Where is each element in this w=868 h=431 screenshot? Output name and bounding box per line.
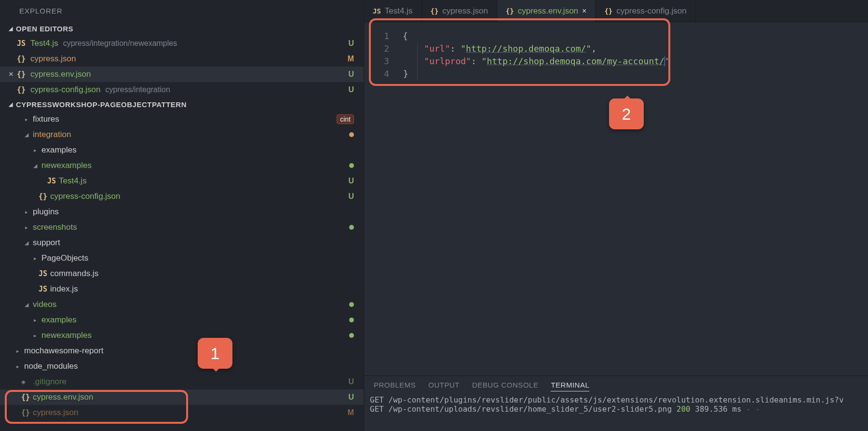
twisty-icon: ▸ — [32, 333, 39, 339]
tree-label: integration — [33, 130, 71, 139]
tree-item[interactable]: ◢newexamples — [0, 158, 364, 173]
cint-badge: cint — [337, 114, 354, 124]
editor-tab[interactable]: {}cypress.env.json× — [497, 0, 596, 22]
open-editor-item[interactable]: {}cypress-config.jsoncypress/integration… — [0, 82, 364, 97]
tree-label: examples — [41, 145, 77, 155]
tree-label: plugins — [33, 207, 59, 217]
tree-label: commands.js — [50, 269, 98, 278]
panel-tabs: PROBLEMSOUTPUTDEBUG CONSOLETERMINAL — [364, 376, 868, 395]
tree-label: screenshots — [33, 222, 77, 232]
file-icon: {} — [506, 7, 514, 15]
line-number: 4 — [364, 68, 403, 80]
tab-label: Test4.js — [385, 6, 413, 16]
twisty-icon: ▸ — [23, 224, 30, 231]
tree-item[interactable]: {}cypress-config.jsonU — [0, 189, 364, 204]
twisty-icon: ▸ — [14, 363, 21, 370]
tree-label: cypress.json — [33, 408, 78, 417]
file-tree: ▸fixturescint◢integration▸examples◢newex… — [0, 111, 364, 420]
tree-item[interactable]: {}cypress.env.jsonU — [0, 389, 364, 405]
file-name: Test4.js — [30, 39, 58, 48]
twisty-icon: ◢ — [23, 302, 30, 308]
file-icon: {} — [431, 7, 439, 15]
tree-item[interactable]: ◢integration — [0, 127, 364, 142]
twisty-icon: ▸ — [23, 209, 30, 215]
tree-label: PageObjects — [41, 253, 88, 263]
tree-item[interactable]: ▸PageObjects — [0, 250, 364, 266]
code-text: "url": "http://shop.demoqa.com/", — [403, 42, 597, 55]
tree-label: support — [33, 238, 60, 248]
editor-tabs: JSTest4.js{}cypress.json{}cypress.env.js… — [364, 0, 868, 22]
git-dot — [349, 163, 354, 168]
tree-item[interactable]: ▸examples — [0, 142, 364, 158]
code-line[interactable]: 1{ — [364, 30, 868, 42]
bottom-panel: PROBLEMSOUTPUTDEBUG CONSOLETERMINAL GET … — [364, 375, 868, 431]
tree-label: node_modules — [24, 361, 78, 371]
tree-item[interactable]: JSTest4.jsU — [0, 173, 364, 189]
file-icon: {} — [604, 7, 612, 15]
tree-label: fixtures — [33, 114, 59, 124]
close-icon[interactable]: × — [5, 70, 17, 79]
file-icon: {} — [17, 55, 30, 63]
git-dot — [349, 225, 354, 230]
tree-item[interactable]: ▸examples — [0, 312, 364, 328]
twisty-icon: ◢ — [23, 132, 30, 138]
explorer-title: EXPLORER — [0, 0, 364, 22]
git-status: U — [348, 377, 354, 386]
open-editors-header[interactable]: ◢ OPEN EDITORS — [0, 22, 364, 36]
file-icon: JS — [39, 269, 50, 278]
annotation-badge-2: 2 — [609, 98, 644, 129]
panel-tab[interactable]: PROBLEMS — [374, 381, 416, 391]
file-name: cypress-config.json — [30, 85, 101, 95]
open-editor-item[interactable]: {}cypress.jsonM — [0, 51, 364, 67]
open-editor-item[interactable]: JSTest4.jscypress/integration/newexample… — [0, 36, 364, 51]
tree-label: examples — [41, 315, 77, 325]
git-status: U — [348, 39, 354, 48]
code-line[interactable]: 2 "url": "http://shop.demoqa.com/", — [364, 42, 868, 55]
tree-item[interactable]: ▸fixturescint — [0, 111, 364, 127]
tree-item[interactable]: ◢support — [0, 235, 364, 250]
close-icon[interactable]: × — [582, 7, 586, 15]
tab-label: cypress-config.json — [616, 6, 687, 16]
tree-item[interactable]: ▸node_modules — [0, 359, 364, 374]
panel-tab[interactable]: OUTPUT — [428, 381, 460, 391]
tree-item[interactable]: ▸mochawesome-report — [0, 343, 364, 359]
tree-item[interactable]: ▸plugins — [0, 204, 364, 220]
editor-body[interactable]: 1{2 "url": "http://shop.demoqa.com/",3 "… — [364, 22, 868, 375]
terminal-output[interactable]: GET /wp-content/plugins/revslider/public… — [364, 395, 868, 414]
project-header[interactable]: ◢ CYPRESSWORKSHOP-PAGEOBJECTPATTERN — [0, 97, 364, 111]
chevron-down-icon: ◢ — [7, 26, 14, 32]
tree-item[interactable]: ▸screenshots — [0, 220, 364, 235]
panel-tab[interactable]: TERMINAL — [551, 381, 589, 391]
code-line[interactable]: 3 "urlprod": "http://shop.demoqa.com/my-… — [364, 55, 868, 68]
chevron-down-icon: ◢ — [7, 101, 14, 108]
tree-label: index.js — [50, 284, 78, 294]
git-dot — [349, 318, 354, 322]
explorer-sidebar: EXPLORER ◢ OPEN EDITORS JSTest4.jscypres… — [0, 0, 364, 431]
tree-item[interactable]: ◈.gitignoreU — [0, 374, 364, 389]
twisty-icon: ▸ — [14, 348, 21, 354]
tree-item[interactable]: JScommands.js — [0, 266, 364, 281]
twisty-icon: ▸ — [32, 255, 39, 262]
line-number: 2 — [364, 42, 403, 55]
git-status: M — [348, 55, 354, 63]
editor-tab[interactable]: {}cypress.json — [422, 0, 497, 22]
tree-label: newexamples — [41, 331, 92, 340]
git-dot — [349, 132, 354, 137]
tree-label: videos — [33, 300, 56, 309]
file-icon: {} — [21, 408, 33, 417]
tree-item[interactable]: {}cypress.jsonM — [0, 405, 364, 420]
open-editor-item[interactable]: ×{}cypress.env.jsonU — [0, 67, 364, 82]
tree-item[interactable]: JSindex.js — [0, 281, 364, 297]
tree-item[interactable]: ▸newexamples — [0, 328, 364, 343]
tree-item[interactable]: ◢videos — [0, 297, 364, 312]
editor-area: JSTest4.js{}cypress.json{}cypress.env.js… — [364, 0, 868, 431]
git-status: U — [348, 393, 354, 402]
twisty-icon: ▸ — [32, 147, 39, 153]
panel-tab[interactable]: DEBUG CONSOLE — [472, 381, 538, 391]
twisty-icon: ▸ — [23, 116, 30, 123]
tab-label: cypress.env.json — [518, 6, 578, 16]
file-icon: {} — [17, 85, 30, 94]
editor-tab[interactable]: {}cypress-config.json — [596, 0, 695, 22]
editor-tab[interactable]: JSTest4.js — [364, 0, 422, 22]
code-line[interactable]: 4} — [364, 68, 868, 80]
